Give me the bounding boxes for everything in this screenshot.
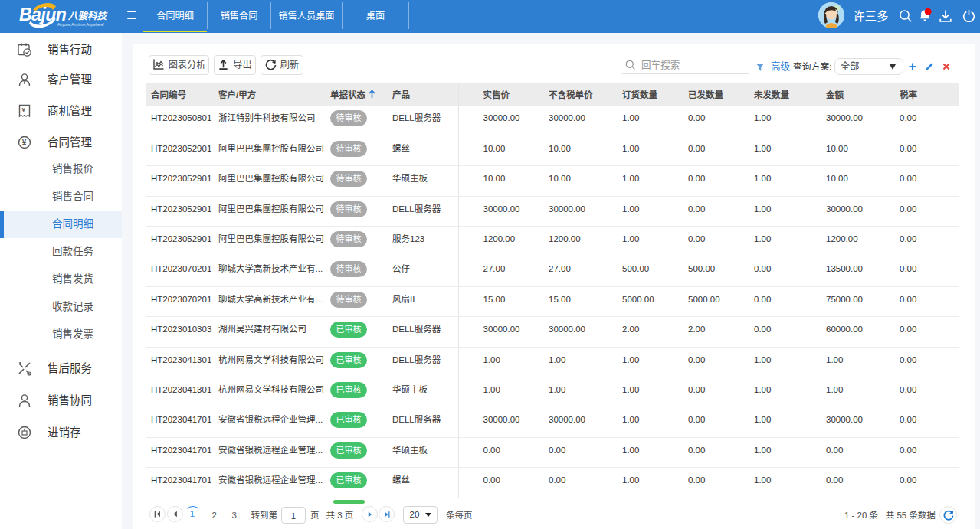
- svg-text:¥: ¥: [22, 106, 26, 113]
- svg-text:¥: ¥: [22, 139, 27, 147]
- svg-text:Anyone,Anytime,Anywhere!: Anyone,Anytime,Anywhere!: [57, 21, 104, 27]
- svg-text:八骏科技: 八骏科技: [67, 11, 109, 21]
